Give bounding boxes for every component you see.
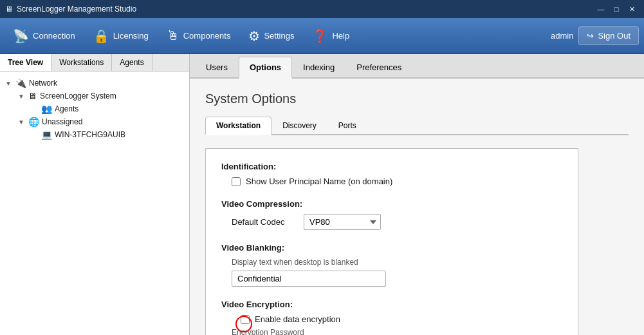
form-area: Identification: Show User Principal Name… bbox=[205, 148, 578, 335]
tree-item-win[interactable]: 💻 WIN-3TFCHG9AUIB bbox=[31, 128, 184, 141]
left-panel: Tree View Workstations Agents ▼ 🔌 Networ… bbox=[0, 54, 190, 335]
menu-connection[interactable]: 📡 Connection bbox=[5, 24, 83, 48]
sign-out-label: Sign Out bbox=[598, 31, 630, 41]
tab-options[interactable]: Options bbox=[239, 57, 292, 79]
lock-icon: 🔒 bbox=[93, 28, 109, 44]
tab-indexing[interactable]: Indexing bbox=[292, 57, 345, 77]
menu-help[interactable]: ❓ Help bbox=[304, 24, 357, 48]
right-panel: Users Options Indexing Preferences Syste… bbox=[190, 54, 644, 335]
codec-field-row: Default Codec VP80 H264 MJPEG bbox=[232, 214, 562, 230]
help-icon: ❓ bbox=[312, 28, 328, 44]
sub-tab-discovery[interactable]: Discovery bbox=[271, 117, 327, 135]
encryption-checkbox-label[interactable]: Enable data encryption bbox=[255, 314, 340, 324]
tab-tree-view[interactable]: Tree View bbox=[0, 54, 51, 71]
encryption-checkbox-row: Enable data encryption bbox=[232, 314, 562, 324]
blanking-text-input[interactable] bbox=[232, 271, 386, 287]
maximize-button[interactable]: □ bbox=[609, 3, 623, 15]
tree-label-screenlogger: ScreenLogger System bbox=[40, 91, 116, 100]
menu-components[interactable]: 🖱 Components bbox=[159, 24, 239, 47]
video-compression-label: Video Compression: bbox=[221, 199, 562, 209]
menu-licensing-label: Licensing bbox=[113, 31, 149, 41]
app-title: ScreenLogger Management Studio bbox=[17, 5, 136, 14]
top-tabs: Users Options Indexing Preferences bbox=[190, 54, 644, 79]
video-compression-section: Video Compression: Default Codec VP80 H2… bbox=[221, 199, 562, 230]
password-row: Encryption Password bbox=[232, 328, 562, 335]
upn-checkbox[interactable] bbox=[232, 177, 241, 186]
sign-out-icon: ↪ bbox=[587, 31, 594, 41]
settings-icon: ⚙ bbox=[248, 28, 260, 44]
identification-section: Identification: Show User Principal Name… bbox=[221, 162, 562, 186]
left-tabs: Tree View Workstations Agents bbox=[0, 54, 189, 72]
tree-item-screenlogger[interactable]: ▼ 🖥 ScreenLogger System bbox=[18, 90, 184, 102]
network-icon: 🔌 bbox=[15, 78, 26, 88]
tree-item-network[interactable]: ▼ 🔌 Network bbox=[5, 77, 184, 90]
title-bar-left: 🖥 ScreenLogger Management Studio bbox=[5, 5, 136, 14]
user-name: admin bbox=[551, 31, 573, 41]
menu-right: admin ↪ Sign Out bbox=[551, 26, 639, 45]
video-encryption-label: Video Encryption: bbox=[221, 300, 562, 309]
sign-out-button[interactable]: ↪ Sign Out bbox=[578, 26, 639, 45]
menu-connection-label: Connection bbox=[33, 31, 75, 41]
title-bar: 🖥 ScreenLogger Management Studio — □ ✕ bbox=[0, 0, 644, 18]
main-layout: Tree View Workstations Agents ▼ 🔌 Networ… bbox=[0, 54, 644, 335]
tab-preferences[interactable]: Preferences bbox=[345, 57, 412, 77]
tree-label-unassigned: Unassigned bbox=[42, 117, 82, 126]
menu-components-label: Components bbox=[183, 31, 231, 41]
password-label: Encryption Password bbox=[232, 328, 304, 335]
tree-label-win: WIN-3TFCHG9AUIB bbox=[55, 130, 125, 139]
minimize-button[interactable]: — bbox=[594, 3, 608, 15]
close-button[interactable]: ✕ bbox=[625, 3, 639, 15]
expand-unassigned-icon: ▼ bbox=[18, 119, 26, 126]
unassigned-icon: 🌐 bbox=[28, 117, 39, 127]
expand-agents-icon bbox=[31, 106, 39, 113]
page-title: System Options bbox=[205, 91, 629, 106]
sub-tab-workstation[interactable]: Workstation bbox=[205, 117, 271, 135]
sub-tabs: Workstation Discovery Ports bbox=[205, 117, 629, 135]
identification-label: Identification: bbox=[221, 162, 562, 171]
components-icon: 🖱 bbox=[167, 28, 179, 43]
expand-screenlogger-icon: ▼ bbox=[18, 93, 26, 100]
content-area: System Options Workstation Discovery Por… bbox=[190, 79, 644, 335]
tab-agents[interactable]: Agents bbox=[112, 54, 152, 71]
expand-network-icon: ▼ bbox=[5, 80, 13, 87]
video-blanking-label: Video Blanking: bbox=[221, 243, 562, 253]
upn-checkbox-row: Show User Principal Name (on domain) bbox=[232, 177, 562, 186]
expand-win-icon bbox=[31, 131, 39, 139]
agents-icon: 👥 bbox=[41, 104, 52, 114]
title-bar-controls: — □ ✕ bbox=[594, 3, 639, 15]
tab-workstations[interactable]: Workstations bbox=[51, 54, 112, 71]
codec-select[interactable]: VP80 H264 MJPEG bbox=[304, 214, 381, 230]
menu-licensing[interactable]: 🔒 Licensing bbox=[86, 24, 156, 48]
video-encryption-section: Video Encryption: Enable data encryption… bbox=[221, 300, 562, 335]
video-blanking-section: Video Blanking: Display text when deskto… bbox=[221, 243, 562, 287]
upn-checkbox-label[interactable]: Show User Principal Name (on domain) bbox=[246, 177, 392, 186]
tree-children-network: ▼ 🖥 ScreenLogger System 👥 Agents ▼ 🌐 Una… bbox=[5, 90, 184, 141]
tree-item-agents[interactable]: 👥 Agents bbox=[31, 102, 184, 115]
codec-label: Default Codec bbox=[232, 217, 296, 227]
tree-label-network: Network bbox=[29, 79, 57, 88]
tree-label-agents: Agents bbox=[55, 104, 78, 113]
win-icon: 💻 bbox=[41, 129, 52, 140]
sub-tab-ports[interactable]: Ports bbox=[327, 117, 367, 135]
menu-help-label: Help bbox=[332, 31, 349, 41]
menu-settings[interactable]: ⚙ Settings bbox=[241, 24, 302, 48]
tree-item-unassigned[interactable]: ▼ 🌐 Unassigned bbox=[18, 115, 184, 128]
tree-children-unassigned: 💻 WIN-3TFCHG9AUIB bbox=[18, 128, 184, 141]
screenlogger-icon: 🖥 bbox=[28, 91, 37, 101]
menu-settings-label: Settings bbox=[264, 31, 294, 41]
menu-items: 📡 Connection 🔒 Licensing 🖱 Components ⚙ … bbox=[5, 24, 357, 48]
encryption-checkbox[interactable] bbox=[241, 315, 250, 324]
menu-bar: 📡 Connection 🔒 Licensing 🖱 Components ⚙ … bbox=[0, 18, 644, 54]
wifi-icon: 📡 bbox=[13, 28, 29, 44]
tree-children-screenlogger: 👥 Agents bbox=[18, 102, 184, 115]
tree-view-panel: ▼ 🔌 Network ▼ 🖥 ScreenLogger System 👥 Ag… bbox=[0, 72, 189, 335]
app-icon: 🖥 bbox=[5, 5, 13, 14]
video-blanking-sublabel: Display text when desktop is blanked bbox=[232, 258, 562, 267]
tab-users[interactable]: Users bbox=[195, 57, 239, 77]
